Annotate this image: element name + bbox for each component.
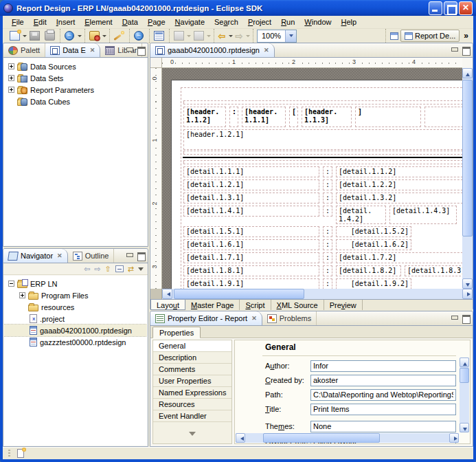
report-cell[interactable]: :	[323, 179, 332, 190]
tab-navigator[interactable]: Navigator ✕	[3, 249, 68, 263]
last-edit-button[interactable]	[171, 30, 186, 43]
report-cell[interactable]: [header.1.1.1]	[242, 107, 286, 127]
report-cell[interactable]: [detail.1.8.3]	[405, 265, 462, 276]
report-cell[interactable]: ]	[355, 107, 421, 127]
minimize-view-icon[interactable]	[450, 314, 459, 322]
close-tab-icon[interactable]: ✕	[250, 315, 257, 322]
menu-navigate[interactable]: Navigate	[170, 16, 209, 28]
editor-horizontal-scrollbar[interactable]	[162, 289, 473, 299]
author-field[interactable]	[310, 360, 456, 372]
horizontal-scroll-thumb[interactable]	[174, 289, 304, 299]
horizontal-scroll-thumb[interactable]	[263, 433, 380, 443]
vertical-scroll-thumb[interactable]	[462, 80, 473, 236]
report-cell[interactable]: [detail.1.9.1]	[183, 278, 319, 289]
created-by-field[interactable]	[310, 375, 456, 386]
zoom-combo[interactable]: 100%	[257, 30, 297, 43]
nav-up-icon[interactable]: ⇧	[105, 265, 111, 273]
report-cell[interactable]: [detail.1.5.2]	[336, 226, 411, 237]
form-horizontal-scrollbar[interactable]	[236, 433, 459, 443]
tree-item-program-files[interactable]: Program Files	[4, 289, 147, 301]
report-cell[interactable]: [detail.1.6.1]	[183, 239, 319, 250]
tree-item-data-sets[interactable]: Data Sets	[4, 72, 147, 84]
publish-button[interactable]	[62, 30, 77, 43]
grid-strip-row[interactable]	[183, 151, 462, 155]
report-cell[interactable]: [detail.1.8.1]	[183, 265, 319, 276]
menu-element[interactable]: Element	[80, 16, 117, 28]
title-field[interactable]	[310, 404, 456, 415]
nav-forward-icon[interactable]: ⇨	[94, 265, 100, 273]
menu-window[interactable]: Window	[299, 16, 336, 28]
scroll-down-icon[interactable]	[462, 278, 473, 289]
tab-layout[interactable]: Layout	[150, 300, 185, 310]
report-cell[interactable]: [	[289, 107, 298, 127]
report-cell[interactable]: [detail.1.4.1]	[183, 206, 319, 217]
category-user-properties[interactable]: User Properties	[153, 375, 231, 387]
themes-field[interactable]	[310, 421, 456, 432]
next-annotation-button[interactable]	[191, 30, 206, 43]
tab-script[interactable]: Script	[240, 300, 271, 310]
menu-insert[interactable]: Insert	[52, 16, 80, 28]
maximize-editor-icon[interactable]	[462, 46, 471, 54]
report-cell[interactable]: [header.1.1.2]	[183, 107, 226, 127]
report-cell[interactable]: [detail.1.4.3]	[389, 206, 457, 224]
category-resources[interactable]: Resources	[153, 399, 231, 410]
report-cell[interactable]: [detail.1.1.2]	[336, 166, 462, 177]
menu-search[interactable]: Search	[209, 16, 243, 28]
tree-item-resources[interactable]: resources	[4, 301, 147, 313]
open-perspective-icon[interactable]	[390, 32, 398, 40]
report-cell[interactable]: [detail.1.4.2]	[336, 206, 386, 224]
tab-property-editor[interactable]: Property Editor - Report ✕	[150, 311, 262, 325]
scroll-right-icon[interactable]	[462, 289, 473, 299]
collapse-all-icon[interactable]	[115, 265, 124, 272]
back-button[interactable]: ⇦	[216, 30, 228, 43]
category-comments[interactable]: Comments	[153, 364, 231, 375]
path-field[interactable]	[310, 389, 456, 401]
close-window-icon[interactable]	[459, 1, 473, 15]
minimize-view-icon[interactable]	[125, 252, 134, 259]
layout-canvas[interactable]: [header.1.1.2] : [header.1.1.1] [ [heade…	[162, 68, 462, 289]
tab-palette[interactable]: Palett	[3, 43, 45, 57]
expand-icon[interactable]	[8, 63, 14, 69]
report-cell[interactable]: [detail.1.3.2]	[336, 192, 462, 204]
report-cell[interactable]: [detail.1.1.1]	[183, 166, 319, 177]
save-button[interactable]	[27, 30, 42, 43]
tab-xml-source[interactable]: XML Source	[271, 300, 324, 310]
view-menu-icon[interactable]	[138, 267, 144, 274]
scroll-down-icon[interactable]	[460, 423, 469, 432]
next-annotation-dropdown-icon[interactable]	[207, 35, 211, 39]
report-cell[interactable]: :	[323, 252, 332, 263]
expand-icon[interactable]	[8, 75, 14, 81]
form-vertical-scrollbar[interactable]	[460, 358, 469, 432]
report-cell[interactable]: :	[229, 107, 238, 127]
nav-back-icon[interactable]: ⇦	[84, 265, 90, 273]
new-report-button[interactable]	[7, 30, 22, 43]
tree-item-report-parameters[interactable]: Report Parameters	[4, 84, 147, 96]
scroll-up-icon[interactable]	[460, 358, 469, 367]
report-cell[interactable]: :	[323, 166, 332, 177]
scroll-left-icon[interactable]	[236, 433, 245, 443]
report-cell[interactable]: [detail.1.5.1]	[183, 226, 319, 237]
maximize-view-icon[interactable]	[462, 314, 471, 322]
minimize-window-icon[interactable]	[429, 1, 442, 15]
datasource-dropdown-icon[interactable]	[102, 35, 106, 39]
tab-problems[interactable]: Problems	[262, 311, 317, 325]
tree-item-erp-ln[interactable]: ERP LN	[4, 278, 147, 289]
fast-view-icon[interactable]	[17, 449, 24, 458]
preview-web-button[interactable]	[131, 30, 146, 43]
title-bar[interactable]: Report Design - ERP LN/gaaab042001000.rp…	[0, 0, 476, 16]
report-cell[interactable]: [detail.1.7.2]	[336, 252, 462, 263]
print-button[interactable]	[42, 30, 57, 43]
tree-item-dot-project[interactable]: .project	[4, 313, 147, 324]
menu-help[interactable]: Help	[336, 16, 361, 28]
report-cell[interactable]: [detail.1.3.1]	[183, 192, 319, 204]
tab-outline[interactable]: Outline	[68, 249, 115, 263]
maximize-view-icon[interactable]	[137, 252, 146, 259]
report-cell[interactable]: :	[323, 265, 332, 276]
scroll-right-icon[interactable]	[449, 433, 459, 443]
forward-dropdown-icon[interactable]	[246, 35, 250, 39]
report-cell[interactable]: [detail.1.2.2]	[336, 179, 462, 190]
tree-item-data-cubes[interactable]: Data Cubes	[4, 96, 147, 107]
publish-dropdown-icon[interactable]	[78, 35, 82, 39]
report-view-button[interactable]	[151, 30, 166, 43]
perspective-overflow-chevron[interactable]: »	[462, 31, 471, 41]
